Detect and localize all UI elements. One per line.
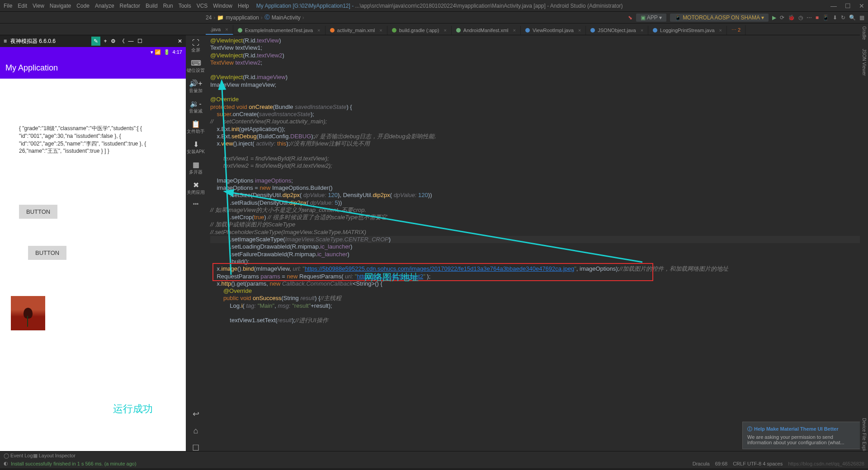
file-icon: 📋 (191, 120, 200, 128)
menu-code[interactable]: Code (76, 3, 90, 9)
android-statusbar: ▾ 📶 🔋 4:17 (0, 47, 186, 57)
close-icon[interactable]: × (641, 28, 643, 33)
search-icon[interactable]: 🔍 (849, 14, 856, 21)
tool-apk[interactable]: ⬇安装APK (186, 138, 206, 157)
device-select[interactable]: 📱 MOTOROLA AOSP ON SHAMA ▾ (670, 14, 769, 22)
app-content: { "grade":"18级","classname":"中医学","stude… (0, 79, 186, 336)
breadcrumb-item[interactable]: MainActivity (272, 14, 301, 21)
editor-tabs: .java× ExampleInstrumentedTest.java× act… (0, 24, 868, 35)
menu-help[interactable]: Help (238, 3, 249, 9)
minimize-icon[interactable]: — (128, 38, 134, 44)
stop-icon[interactable]: ■ (816, 14, 819, 21)
fullscreen-icon: ⛶ (192, 39, 199, 47)
tool-file[interactable]: 📋文件助手 (186, 118, 206, 136)
close-icon[interactable]: × (513, 28, 516, 33)
rail-json[interactable]: JSON Viewer (862, 49, 867, 76)
settings-icon[interactable]: ▦ (859, 14, 864, 21)
menu-view[interactable]: View (33, 3, 44, 9)
home-icon[interactable]: ⌂ (193, 426, 198, 436)
close-icon[interactable]: × (443, 28, 446, 33)
run-icon[interactable]: ▶ (772, 14, 776, 21)
run-config-select[interactable]: ▣ APP ▾ (636, 14, 666, 22)
tool-closeapp[interactable]: ✖关闭应用 (186, 179, 206, 197)
maximize-icon[interactable]: ☐ (137, 38, 142, 44)
sync-icon[interactable]: ↻ (841, 14, 845, 21)
menu-navigate[interactable]: Navigate (50, 3, 71, 9)
close-icon[interactable]: × (225, 27, 228, 32)
menu-vcs[interactable]: VCS (197, 3, 208, 9)
build-icon[interactable]: ⬊ (628, 14, 632, 21)
emulator-side-tools: ⛶全屏 ⌨键位设置 🔊+音量加 🔉-音量减 📋文件助手 ⬇安装APK ▦多开器 … (186, 35, 206, 458)
tab-logging[interactable]: LoggingPrintStream.java× (648, 26, 727, 35)
notif-title: Help Make Material Theme UI Better (754, 426, 838, 432)
add-icon[interactable]: + (104, 38, 107, 44)
debug-icon[interactable]: 🐞 (788, 14, 795, 21)
emulator-titlebar: ≡ 夜神模拟器 6.6.0.6 ✎ + ⚙ 《 — ☐ ✕ (0, 35, 186, 47)
notification-popup[interactable]: ⓘHelp Make Material Theme UI Better We a… (742, 422, 863, 449)
tool-fullscreen[interactable]: ⛶全屏 (186, 37, 206, 55)
breadcrumb-item[interactable]: myapplication (226, 14, 259, 21)
rail-gradle[interactable]: Gradle (862, 26, 867, 40)
close-icon[interactable]: × (719, 28, 722, 33)
close-icon[interactable]: × (317, 28, 320, 33)
rocket-icon: ✖ (193, 181, 199, 189)
close-icon[interactable]: ✕ (859, 2, 864, 9)
watermark: https://blog.csdn.net/qq_46526828 (788, 461, 864, 466)
main-area: ≡ 夜神模拟器 6.6.0.6 ✎ + ⚙ 《 — ☐ ✕ ▾ 📶 🔋 4:17… (0, 35, 868, 458)
minimize-icon[interactable]: — (830, 2, 837, 9)
close-icon[interactable]: × (578, 28, 581, 33)
maximize-icon[interactable]: ☐ (845, 2, 851, 9)
code-editor[interactable]: @ViewInject(R.id.textView) TextView text… (206, 35, 868, 458)
tab-jsonobject[interactable]: JSONObject.java× (586, 26, 648, 35)
tool-keymap[interactable]: ⌨键位设置 (186, 57, 206, 75)
tab-viewroot[interactable]: ViewRootImpl.java× (521, 26, 586, 35)
menu-run[interactable]: Run (163, 3, 173, 9)
tool-volup[interactable]: 🔊+音量加 (186, 77, 206, 96)
tool-voldown[interactable]: 🔉-音量减 (186, 98, 206, 116)
tab-manifest[interactable]: AndroidManifest.xml× (452, 26, 521, 35)
tab-activity-main[interactable]: activity_main.xml× (326, 26, 387, 35)
menu-build[interactable]: Build (146, 3, 158, 9)
more-icon[interactable]: ••• (193, 201, 199, 207)
tabs-overflow[interactable]: ⋯ 2 (727, 25, 745, 35)
keyboard-icon: ⌨ (191, 59, 201, 67)
status-message: Install successfully finished in 1 s 566… (11, 461, 137, 466)
app-title: My Application (5, 63, 58, 73)
menu-window[interactable]: Window (213, 3, 232, 9)
menu-edit[interactable]: Edit (18, 3, 27, 9)
emulator-tab-icon[interactable]: ✎ (91, 37, 100, 46)
apply-changes-icon[interactable]: ⟳ (780, 14, 784, 21)
button-1[interactable]: BUTTON (19, 205, 57, 219)
gear-icon[interactable]: ⚙ (111, 38, 116, 44)
sdk-icon[interactable]: ⬇ (833, 14, 837, 21)
net-url-label: 网络图片地址 (364, 271, 419, 283)
close-icon[interactable]: × (379, 28, 382, 33)
menu-file[interactable]: File (4, 3, 12, 9)
tool-multi[interactable]: ▦多开器 (186, 159, 206, 177)
tab-java[interactable]: .java× (206, 25, 233, 35)
tab-build-gradle[interactable]: build.gradle (:app)× (387, 26, 452, 35)
tab-exampletest[interactable]: ExampleInstrumentedTest.java× (233, 26, 326, 35)
right-tool-rail: Gradle JSON Viewer Device File Explorer (860, 24, 868, 458)
volume-up-icon: 🔊+ (189, 79, 202, 88)
button-2[interactable]: BUTTON (28, 246, 66, 260)
profiler-icon[interactable]: ◷ (798, 14, 803, 21)
emulator-logo-icon: ≡ (4, 38, 7, 44)
avd-icon[interactable]: 📱 (822, 14, 829, 21)
menu-analyze[interactable]: Analyze (95, 3, 114, 9)
back-icon[interactable]: ↩ (193, 409, 199, 419)
menu-refactor[interactable]: Refactor (120, 3, 140, 9)
toolbar: 24› 📁myapplication› ⒸMainActivity› ⬊ ▣ A… (0, 12, 868, 24)
menu-tools[interactable]: Tools (179, 3, 191, 9)
close-icon[interactable]: ✕ (178, 38, 182, 44)
breadcrumb-item[interactable]: 24 (206, 14, 212, 21)
main-menu: File Edit View Navigate Code Analyze Ref… (4, 3, 249, 9)
tool-window-bar: ◯ Event Log ▦ Layout Inspector (0, 451, 868, 460)
attach-icon[interactable]: ⋯ (807, 14, 812, 21)
notif-body: We are asking your permission to send in… (747, 434, 859, 445)
layout-inspector-btn[interactable]: ▦ Layout Inspector (33, 453, 75, 459)
event-log-btn[interactable]: ◯ Event Log (4, 453, 33, 459)
info-icon: ⓘ (747, 426, 752, 432)
chevron-icon[interactable]: 《 (119, 38, 125, 45)
battery-icon: 🔋 (164, 49, 170, 55)
